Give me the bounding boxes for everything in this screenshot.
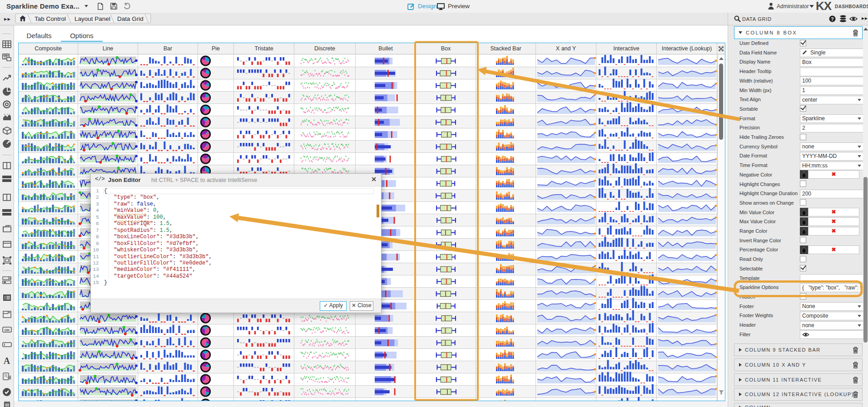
svg-text:OK: OK bbox=[4, 328, 10, 332]
svg-text:A: A bbox=[4, 357, 10, 365]
svg-text:?: ? bbox=[831, 16, 833, 22]
